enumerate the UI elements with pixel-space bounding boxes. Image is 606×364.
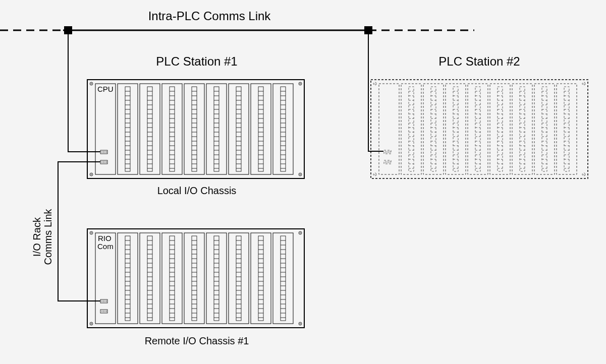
bus-node-left	[64, 26, 72, 34]
cpu-slot-label: CPU	[97, 85, 114, 93]
rio-port-top	[100, 299, 107, 303]
remote-chassis: RIO Com	[87, 229, 304, 328]
local-chassis: CPU	[87, 80, 304, 178]
rio-slot-label-2: Com	[97, 242, 114, 251]
plc-diagram: Intra-PLC Comms Link PLC Station #1 PLC …	[0, 0, 606, 364]
local-chassis-caption: Local I/O Chassis	[157, 185, 237, 196]
station1-title: PLC Station #1	[156, 54, 237, 68]
io-rack-label-line1: I/O Rack	[31, 217, 42, 257]
bus-node-right	[364, 26, 372, 34]
remote-chassis-caption: Remote I/O Chassis #1	[145, 335, 249, 346]
station2-title: PLC Station #2	[438, 54, 520, 68]
bus-label: Intra-PLC Comms Link	[148, 9, 271, 23]
rio-slot-label-1: RIO	[98, 234, 112, 242]
cpu-port-top	[100, 150, 107, 154]
io-rack-label-line2: Comms Link	[42, 208, 53, 265]
station2-chassis	[371, 80, 588, 178]
cpu-port-bottom	[100, 160, 107, 164]
intra-plc-bus	[0, 26, 474, 34]
rio-port-bottom	[100, 310, 107, 313]
